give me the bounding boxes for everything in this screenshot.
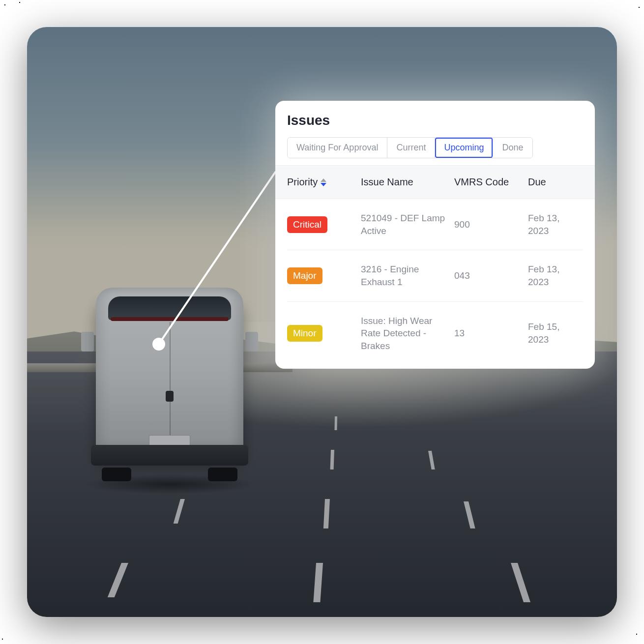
priority-badge: Critical xyxy=(287,216,327,233)
column-header-label: VMRS Code xyxy=(454,176,509,188)
cell-issue-name: 521049 - DEF Lamp Active xyxy=(361,212,454,237)
column-header-issue-name[interactable]: Issue Name xyxy=(361,176,454,188)
cell-vmrs-code: 043 xyxy=(454,269,528,282)
cell-vmrs-code: 900 xyxy=(454,218,528,231)
column-header-priority[interactable]: Priority xyxy=(287,176,361,188)
table-row[interactable]: MinorIssue: High Wear Rate Detected - Br… xyxy=(287,302,583,365)
sort-asc-icon xyxy=(321,178,326,182)
cell-vmrs-code: 13 xyxy=(454,327,528,340)
cell-due: Feb 13, 2023 xyxy=(528,212,583,237)
table-row[interactable]: Major3216 - Engine Exhaust 1043Feb 13, 2… xyxy=(287,250,583,301)
column-header-vmrs-code[interactable]: VMRS Code xyxy=(454,176,528,188)
issues-tabs: Waiting For ApprovalCurrentUpcomingDone xyxy=(287,137,533,158)
table-body: Critical521049 - DEF Lamp Active900Feb 1… xyxy=(287,199,583,365)
column-header-label: Priority xyxy=(287,176,318,188)
priority-badge: Minor xyxy=(287,325,322,342)
hero-scene: Issues Waiting For ApprovalCurrentUpcomi… xyxy=(27,27,617,617)
column-header-label: Due xyxy=(528,176,546,188)
issues-card: Issues Waiting For ApprovalCurrentUpcomi… xyxy=(275,101,595,369)
sort-icon[interactable] xyxy=(321,178,326,186)
tab-waiting-for-approval[interactable]: Waiting For Approval xyxy=(288,138,387,158)
tab-done[interactable]: Done xyxy=(493,138,532,158)
cell-due: Feb 13, 2023 xyxy=(528,263,583,288)
table-header-row: Priority Issue Name VMRS Code Due xyxy=(275,165,595,199)
marker-dot-icon xyxy=(152,338,165,351)
card-title: Issues xyxy=(287,113,583,128)
cell-issue-name: 3216 - Engine Exhaust 1 xyxy=(361,263,454,288)
column-header-label: Issue Name xyxy=(361,176,413,188)
priority-badge: Major xyxy=(287,267,322,284)
tab-current[interactable]: Current xyxy=(387,138,435,158)
sort-desc-icon xyxy=(321,183,326,186)
cell-due: Feb 15, 2023 xyxy=(528,321,583,346)
table-row[interactable]: Critical521049 - DEF Lamp Active900Feb 1… xyxy=(287,199,583,250)
cell-issue-name: Issue: High Wear Rate Detected - Brakes xyxy=(361,315,454,352)
column-header-due[interactable]: Due xyxy=(528,176,583,188)
tab-upcoming[interactable]: Upcoming xyxy=(435,138,493,158)
